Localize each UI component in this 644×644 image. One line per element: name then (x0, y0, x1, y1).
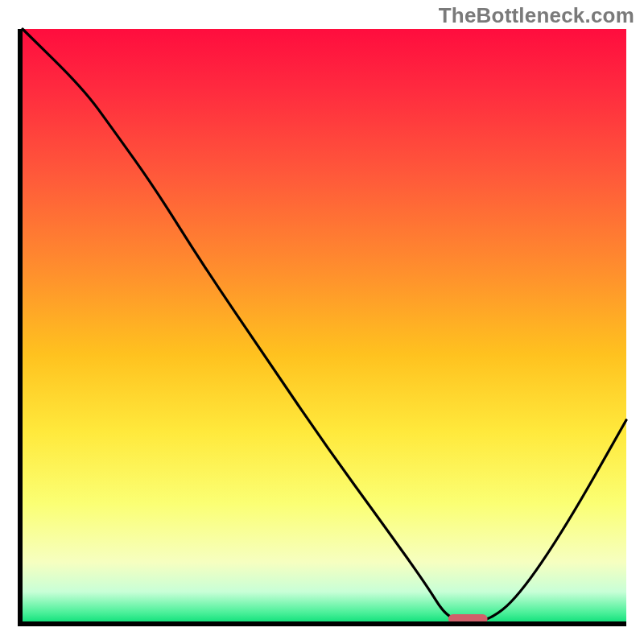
watermark-text: TheBottleneck.com (439, 3, 634, 28)
axes-frame (18, 29, 626, 626)
